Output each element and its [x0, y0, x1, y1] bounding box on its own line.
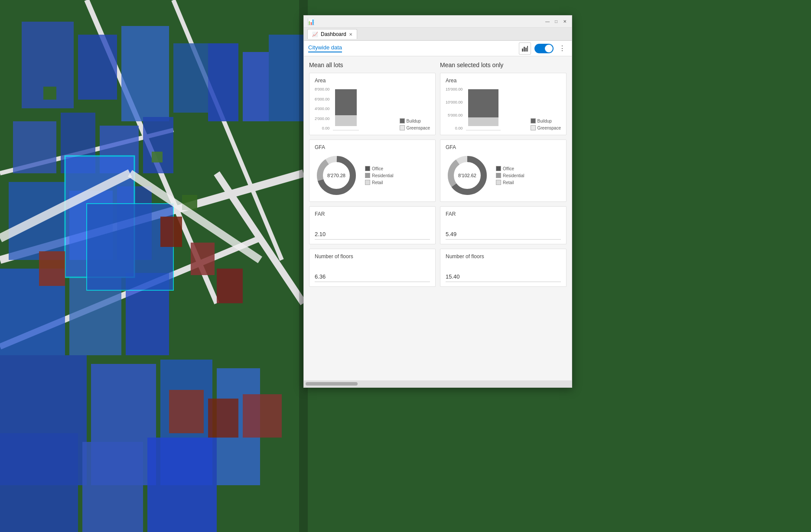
left-gfa-legend-residential: Residential: [365, 173, 393, 178]
svg-rect-54: [468, 89, 498, 117]
left-far-value: 2.10: [315, 221, 430, 240]
toggle-switch[interactable]: [534, 44, 554, 53]
right-area-legend: Buildup Greenspace: [531, 118, 561, 130]
left-gfa-card: GFA 8'270.28: [309, 139, 436, 202]
right-office-dot: [496, 166, 501, 171]
svg-rect-39: [82, 442, 143, 532]
right-gfa-legend-office: Office: [496, 166, 524, 171]
svg-rect-40: [147, 438, 217, 532]
toolbar: Citywide data ⋮: [304, 41, 572, 56]
svg-rect-10: [121, 26, 169, 121]
right-gfa-legend: Office Residential Retail: [496, 166, 524, 185]
left-gfa-value: 8'270.28: [327, 173, 345, 178]
svg-rect-41: [169, 390, 204, 433]
right-area-title: Area: [446, 78, 561, 84]
right-far-value: 5.49: [446, 221, 561, 240]
right-floors-card: Number of floors 15.40: [440, 249, 567, 287]
left-area-bar-chart: [333, 87, 359, 130]
residential-dot: [365, 173, 370, 178]
left-area-legend: Buildup Greenspace: [400, 118, 430, 130]
svg-rect-50: [527, 46, 528, 52]
right-gfa-value: 8'102.62: [458, 173, 476, 178]
office-dot: [365, 166, 370, 171]
buildup-dot: [400, 118, 405, 123]
right-residential-dot: [496, 173, 501, 178]
right-retail-dot: [496, 180, 501, 185]
toolbar-left: Citywide data: [308, 44, 342, 52]
title-bar: 📊 — □ ✕: [304, 16, 572, 28]
svg-rect-9: [78, 35, 117, 100]
left-gfa-legend-office: Office: [365, 166, 393, 171]
svg-rect-38: [0, 433, 78, 532]
right-gfa-legend-residential: Residential: [496, 173, 524, 178]
right-gfa-donut-area: 8'102.62 Office Residential: [446, 154, 561, 197]
app-icon: 📊: [307, 18, 315, 25]
left-area-title: Area: [315, 78, 430, 84]
tab-chart-icon: 📈: [312, 32, 318, 37]
dashboard-tab[interactable]: 📈 Dashboard ✕: [307, 29, 357, 39]
right-area-bar-chart: [466, 87, 501, 130]
dashboard-panel: 📊 — □ ✕ 📈 Dashboard ✕ Citywide data: [303, 15, 572, 388]
right-area-card: Area 15'000.00 10'000.00 5'000.00 0.00: [440, 73, 567, 135]
tab-bar: 📈 Dashboard ✕: [304, 28, 572, 41]
svg-rect-43: [243, 394, 282, 438]
svg-rect-24: [39, 251, 65, 286]
left-floors-title: Number of floors: [315, 253, 430, 260]
svg-rect-29: [152, 152, 163, 162]
svg-rect-47: [522, 49, 523, 52]
tab-close-icon[interactable]: ✕: [349, 32, 352, 37]
svg-rect-51: [335, 89, 357, 115]
right-buildup-dot: [531, 118, 536, 123]
right-column-header: Mean selected lots only: [440, 62, 567, 68]
left-gfa-donut-area: 8'270.28 Office Residential: [315, 154, 430, 197]
svg-rect-52: [335, 115, 357, 126]
left-far-card: FAR 2.10: [309, 206, 436, 244]
svg-rect-15: [143, 117, 173, 173]
right-area-legend-buildup: Buildup: [531, 118, 561, 123]
greenspace-dot: [400, 125, 405, 130]
left-gfa-legend-retail: Retail: [365, 180, 393, 185]
right-area-legend-greenspace: Greenspace: [531, 125, 561, 130]
right-gfa-card: GFA 8'102.62 Offic: [440, 139, 567, 202]
dashboard-content: Mean all lots Mean selected lots only Ar…: [304, 56, 572, 380]
toolbar-right: ⋮: [519, 42, 567, 55]
right-far-title: FAR: [446, 211, 561, 217]
maximize-button[interactable]: □: [553, 18, 560, 25]
left-far-title: FAR: [315, 211, 430, 217]
cards-grid: Area 8'000.00 6'000.00 4'000.00 2'000.00…: [309, 73, 567, 287]
more-options-button[interactable]: ⋮: [557, 44, 567, 52]
svg-rect-25: [160, 217, 182, 247]
left-floors-card: Number of floors 6.36: [309, 249, 436, 287]
right-area-y-axis: 15'000.00 10'000.00 5'000.00 0.00: [446, 87, 462, 130]
svg-rect-11: [173, 43, 208, 113]
right-floors-value: 15.40: [446, 263, 561, 282]
right-gfa-title: GFA: [446, 144, 561, 150]
svg-rect-49: [525, 48, 527, 52]
svg-rect-12: [13, 121, 56, 173]
left-area-legend-greenspace: Greenspace: [400, 125, 430, 130]
svg-rect-33: [269, 35, 303, 121]
scroll-bar-thumb[interactable]: [306, 382, 358, 386]
tab-label: Dashboard: [321, 31, 346, 37]
left-gfa-title: GFA: [315, 144, 430, 150]
left-column-header: Mean all lots: [309, 62, 436, 68]
right-floors-title: Number of floors: [446, 253, 561, 260]
close-button[interactable]: ✕: [561, 18, 568, 25]
svg-rect-26: [191, 243, 215, 275]
svg-rect-55: [468, 117, 498, 126]
histogram-button[interactable]: [519, 42, 531, 55]
svg-rect-27: [217, 269, 243, 303]
svg-rect-42: [208, 399, 238, 438]
right-gfa-donut-wrapper: 8'102.62: [446, 154, 489, 197]
scroll-bar-area[interactable]: [304, 380, 572, 387]
title-bar-left: 📊: [307, 18, 315, 25]
citywide-link[interactable]: Citywide data: [308, 44, 342, 52]
svg-rect-48: [524, 47, 525, 52]
left-area-y-axis: 8'000.00 6'000.00 4'000.00 2'000.00 0.00: [315, 87, 329, 130]
window-controls: — □ ✕: [544, 18, 568, 25]
minimize-button[interactable]: —: [544, 18, 551, 25]
left-area-card: Area 8'000.00 6'000.00 4'000.00 2'000.00…: [309, 73, 436, 135]
right-gfa-legend-retail: Retail: [496, 180, 524, 185]
right-greenspace-dot: [531, 125, 536, 130]
column-headers: Mean all lots Mean selected lots only: [309, 62, 567, 68]
